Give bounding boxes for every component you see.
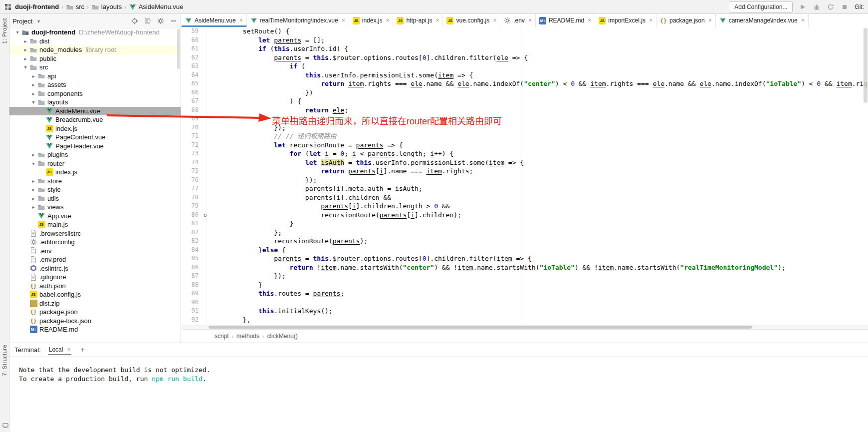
tree-item-asidemenu-vue[interactable]: AsideMenu.vue: [9, 107, 181, 116]
nav-crumb-duoji-frontend[interactable]: duoji-frontend: [15, 3, 59, 10]
chevron-down-icon[interactable]: ▾: [13, 29, 21, 35]
editor-tab-realtimemonitoring-index-vue[interactable]: realTimeMonitoring\index.vue×: [247, 14, 349, 27]
chevron-right-icon[interactable]: ▸: [29, 73, 37, 79]
tree-item-breadcrumb-vue[interactable]: Breadcrumb.vue: [9, 115, 181, 124]
tree-item-package-lock-json[interactable]: {}package-lock.json: [9, 317, 181, 326]
tree-item-editorconfig[interactable]: .editorconfig: [9, 238, 181, 247]
code-editor[interactable]: 59 setRoute() {60 let parents = [];61 if…: [182, 27, 868, 325]
tree-item-router[interactable]: ▾router: [9, 159, 181, 168]
settings-gear-icon[interactable]: [157, 17, 165, 25]
terminal-output[interactable]: Note that the development build is not o…: [9, 357, 868, 384]
editor-tab-importexcel-js[interactable]: JSimportExcel.js×: [595, 14, 656, 27]
tool-window-button-structure[interactable]: 7: Structure: [0, 345, 9, 376]
tree-item-index-js[interactable]: JSindex.js: [9, 168, 181, 177]
tree-item-node-modules[interactable]: ▸node_moduleslibrary root: [9, 45, 181, 54]
close-icon[interactable]: ×: [801, 17, 805, 24]
tree-item-layouts[interactable]: ▾layouts: [9, 98, 181, 107]
chevron-down-icon[interactable]: ▾: [29, 161, 37, 166]
close-icon[interactable]: ×: [342, 17, 345, 24]
project-view-selector[interactable]: Project ▾: [12, 17, 42, 25]
breadcrumb-clickmenu[interactable]: clickMenu(): [267, 333, 297, 340]
tree-item-api[interactable]: ▸api: [9, 72, 181, 81]
tree-item-eslintrc-js[interactable]: .eslintrc.js: [9, 264, 181, 273]
tree-item-pagecontent-vue[interactable]: PageContent.vue: [9, 133, 181, 142]
close-icon[interactable]: ×: [649, 17, 652, 24]
hide-panel-icon[interactable]: [170, 17, 178, 25]
tree-item-public[interactable]: ▸public: [9, 54, 181, 63]
tree-item-babel-config-js[interactable]: JSbabel.config.js: [9, 290, 181, 299]
tree-item-main-js[interactable]: JSmain.js: [9, 220, 181, 229]
editor-vertical-scrollbar[interactable]: [864, 28, 868, 103]
chevron-right-icon[interactable]: ▸: [29, 178, 37, 184]
tree-item-src[interactable]: ▾src: [9, 63, 181, 72]
close-icon[interactable]: ×: [588, 17, 591, 24]
tree-item-style[interactable]: ▸style: [9, 185, 181, 194]
tree-item-dist[interactable]: ▸dist: [9, 37, 181, 46]
editor-tab-package-json[interactable]: {}package.json×: [656, 14, 716, 27]
tree-item-duoji-frontend[interactable]: ▾duoji-frontendD:\zheheWeb\duoji-fronten…: [9, 28, 181, 37]
close-icon[interactable]: ×: [435, 17, 439, 24]
tree-item-env[interactable]: .env: [9, 247, 181, 256]
chevron-right-icon[interactable]: ▸: [29, 152, 37, 157]
recursive-call-icon[interactable]: ↻: [202, 211, 209, 220]
tree-item-app-vue[interactable]: App.vue: [9, 212, 181, 221]
chevron-right-icon[interactable]: ▸: [29, 187, 37, 192]
tree-item-browserslistrc[interactable]: .browserslistrc: [9, 229, 181, 238]
chevron-right-icon[interactable]: ▸: [29, 204, 37, 210]
tree-item-gitignore[interactable]: .gitignore: [9, 273, 181, 282]
git-branch-widget[interactable]: Git:: [855, 3, 864, 10]
tree-item-package-json[interactable]: {}package.json: [9, 308, 181, 317]
app-menu-icon[interactable]: [4, 3, 12, 11]
chevron-right-icon[interactable]: ▸: [21, 56, 29, 61]
breadcrumb-methods[interactable]: methods: [236, 333, 259, 340]
chevron-right-icon[interactable]: ▸: [21, 38, 29, 44]
tool-window-button-project[interactable]: 1: Project: [0, 18, 9, 43]
close-icon[interactable]: ×: [239, 17, 243, 24]
update-project-icon[interactable]: [827, 3, 835, 11]
close-icon[interactable]: ×: [386, 17, 389, 24]
tree-item-index-js[interactable]: JSindex.js: [9, 124, 181, 133]
debug-icon[interactable]: [813, 3, 821, 11]
scrollbar-thumb[interactable]: [209, 326, 752, 329]
tree-item-auth-json[interactable]: {}auth.json: [9, 282, 181, 291]
tree-item-views[interactable]: ▸views: [9, 203, 181, 212]
editor-tab-cameramanage-index-vue[interactable]: cameraManage\index.vue×: [716, 14, 809, 27]
chevron-right-icon[interactable]: ▸: [29, 196, 37, 201]
close-icon[interactable]: ×: [493, 17, 496, 24]
tree-item-pageheader-vue[interactable]: PageHeader.vue: [9, 142, 181, 151]
close-icon[interactable]: ×: [67, 346, 70, 353]
editor-tab-http-api-js[interactable]: JShttp-api.js×: [393, 14, 443, 27]
tree-item-utils[interactable]: ▸utils: [9, 194, 181, 203]
close-icon[interactable]: ×: [708, 17, 712, 24]
editor-tab-asidemenu-vue[interactable]: AsideMenu.vue×: [182, 14, 247, 27]
terminal-tab-local[interactable]: Local ×: [48, 344, 72, 355]
event-log-icon[interactable]: [1, 422, 9, 430]
breadcrumb-script[interactable]: script: [215, 333, 229, 340]
chevron-right-icon[interactable]: ▸: [29, 82, 37, 87]
locate-file-icon[interactable]: [131, 17, 139, 25]
nav-crumb-asidemenu-vue[interactable]: AsideMenu.vue: [129, 3, 184, 11]
tree-item-env-prod[interactable]: .env.prod: [9, 255, 181, 264]
chevron-down-icon[interactable]: ▾: [21, 64, 29, 70]
project-tree-scrollbar[interactable]: [177, 29, 180, 69]
editor-tab-env[interactable]: .env×: [500, 14, 536, 27]
editor-tab-vue-config-js[interactable]: JSvue.config.js×: [443, 14, 500, 27]
editor-tab-readme-md[interactable]: M↓README.md×: [536, 14, 595, 27]
add-configuration-button[interactable]: Add Configuration...: [729, 1, 793, 12]
nav-crumb-layouts[interactable]: layouts: [91, 3, 122, 11]
stop-icon[interactable]: [841, 3, 849, 11]
run-icon[interactable]: [799, 3, 807, 11]
chevron-down-icon[interactable]: ▾: [29, 99, 37, 105]
tree-item-plugins[interactable]: ▸plugins: [9, 150, 181, 159]
tree-item-readme-md[interactable]: M↓README.md: [9, 325, 181, 334]
tree-item-store[interactable]: ▸store: [9, 177, 181, 186]
tree-item-assets[interactable]: ▸assets: [9, 80, 181, 89]
chevron-right-icon[interactable]: ▸: [21, 47, 29, 52]
chevron-right-icon[interactable]: ▸: [29, 91, 37, 96]
tree-item-dist-zip[interactable]: dist.zip: [9, 299, 181, 308]
nav-crumb-src[interactable]: src: [66, 3, 84, 11]
close-icon[interactable]: ×: [528, 17, 532, 24]
collapse-all-icon[interactable]: [144, 17, 152, 25]
tree-item-components[interactable]: ▸components: [9, 89, 181, 98]
editor-tab-index-js[interactable]: JSindex.js×: [349, 14, 394, 27]
